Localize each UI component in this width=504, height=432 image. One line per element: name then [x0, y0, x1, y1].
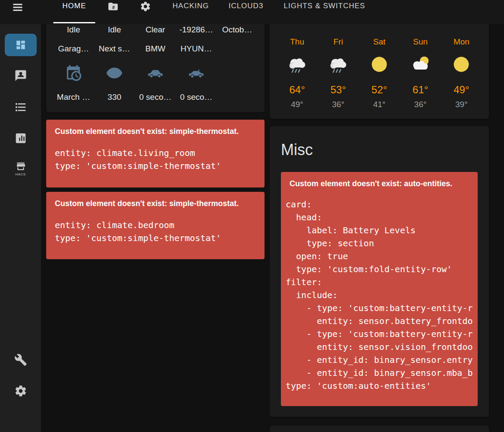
- glance-entity[interactable]: HYUN…0 seco…: [176, 44, 217, 102]
- glance-entity[interactable]: Octob…: [217, 24, 258, 35]
- sidebar: HACS: [0, 24, 41, 432]
- forecast-low-temp: 39°: [455, 100, 468, 109]
- forecast-day-sat: Sat52°41°: [359, 37, 400, 109]
- glance-value: Clear: [145, 25, 165, 35]
- tab-bar: HOME#HACKINGICLOUD3LIGHTS & SWITCHES: [0, 0, 504, 24]
- forecast-day-label: Fri: [334, 37, 343, 47]
- error-card-simple-thermostat-bedroom: Custom element doesn't exist: simple-the…: [46, 192, 265, 259]
- glance-value: Idle: [108, 25, 121, 35]
- glance-entity[interactable]: Clear: [135, 24, 176, 35]
- sidebar-item-dashboard[interactable]: [5, 34, 37, 56]
- tab-folder-hash-icon[interactable]: #: [98, 0, 128, 24]
- glance-entity[interactable]: Next s…330: [94, 44, 135, 102]
- gear-icon: [140, 1, 151, 12]
- forecast-day-label: Sun: [413, 37, 428, 47]
- weather-forecast-card[interactable]: Thu64°49°Fri53°36°Sat52°41°Sun61°36°Mon4…: [270, 24, 489, 119]
- tab-hacking[interactable]: HACKING: [164, 0, 218, 24]
- tab-label: HACKING: [173, 2, 209, 10]
- tab-icloud3[interactable]: ICLOUD3: [220, 0, 273, 24]
- partial-card: [270, 426, 489, 432]
- glance-label: Garag…: [58, 44, 89, 54]
- chart-box-icon: [14, 132, 27, 145]
- glance-value: 330: [107, 92, 121, 102]
- glance-card: IdleIdleClear-19286…Octob… Garag…March ……: [46, 24, 265, 112]
- forecast-day-label: Thu: [290, 37, 304, 47]
- glance-label: HYUN…: [180, 44, 212, 54]
- list-icon: [14, 101, 27, 114]
- forecast-high-temp: 64°: [289, 84, 305, 95]
- sunny-icon: [367, 55, 391, 74]
- forecast-high-temp: 52°: [372, 84, 387, 95]
- error-card-simple-thermostat-living-room: Custom element doesn't exist: simple-the…: [46, 120, 265, 187]
- glance-value: 0 seco…: [139, 92, 172, 102]
- forecast-low-temp: 41°: [373, 100, 386, 109]
- person-comment-icon: [14, 69, 27, 82]
- app-header: HOME#HACKINGICLOUD3LIGHTS & SWITCHES: [0, 0, 504, 24]
- forecast-day-sun: Sun61°36°: [400, 37, 441, 109]
- forecast-low-temp: 36°: [414, 100, 427, 109]
- error-code-block: entity: climate.living_room type: 'custo…: [55, 146, 256, 172]
- glance-value: -19286…: [180, 25, 213, 35]
- tab-label: ICLOUD3: [229, 2, 264, 10]
- misc-card: Misc Custom element doesn't exist: auto-…: [270, 126, 489, 417]
- rainy-icon: [326, 55, 350, 74]
- glance-value: Octob…: [222, 25, 252, 35]
- svg-text:#: #: [112, 5, 115, 10]
- glance-value: Idle: [67, 25, 80, 35]
- forecast-day-thu: Thu64°49°: [277, 37, 318, 109]
- calendar-clock-icon: [65, 64, 82, 82]
- hacs-label: HACS: [15, 172, 25, 176]
- tab-label: LIGHTS & SWITCHES: [284, 2, 365, 10]
- sunny-icon: [449, 55, 473, 74]
- dashboard-view: IdleIdleClear-19286…Octob… Garag…March ……: [41, 24, 504, 432]
- glance-entity[interactable]: Idle: [94, 24, 135, 35]
- partly-cloudy-icon: [408, 55, 432, 74]
- gear-icon: [14, 384, 27, 397]
- forecast-day-label: Sat: [373, 37, 386, 47]
- glance-value: March …: [57, 92, 90, 102]
- glance-entity[interactable]: BMW0 seco…: [135, 44, 176, 102]
- error-card-auto-entities: Custom element doesn't exist: auto-entit…: [281, 172, 478, 406]
- forecast-low-temp: 49°: [291, 100, 303, 109]
- folder-hash-icon: #: [107, 1, 119, 12]
- sidebar-item-hacs[interactable]: HACS: [15, 161, 26, 176]
- sidebar-item-people[interactable]: [14, 69, 27, 82]
- sidebar-item-settings[interactable]: [14, 384, 27, 397]
- glance-label: Next s…: [99, 44, 130, 54]
- forecast-row: Thu64°49°Fri53°36°Sat52°41°Sun61°36°Mon4…: [277, 37, 482, 119]
- glance-value: 0 seco…: [180, 92, 212, 102]
- glance-row-1: IdleIdleClear-19286…Octob…: [53, 24, 258, 35]
- forecast-day-mon: Mon49°39°: [441, 37, 482, 109]
- car-side-icon: [147, 64, 164, 82]
- glance-entity[interactable]: Garag…March …: [53, 44, 94, 102]
- sidebar-item-lists[interactable]: [14, 101, 27, 114]
- tab-gear-icon[interactable]: [131, 0, 160, 24]
- forecast-high-temp: 61°: [413, 84, 428, 95]
- error-title: Custom element doesn't exist: auto-entit…: [286, 179, 478, 188]
- storefront-icon: [15, 161, 26, 172]
- forecast-high-temp: 49°: [454, 84, 469, 95]
- eye-icon: [106, 64, 123, 82]
- rainy-icon: [285, 55, 309, 74]
- glance-entity[interactable]: -19286…: [176, 24, 217, 35]
- glance-label: BMW: [145, 44, 165, 54]
- error-title: Custom element doesn't exist: simple-the…: [55, 199, 256, 208]
- sidebar-item-history[interactable]: [14, 132, 27, 145]
- glance-entity[interactable]: Idle: [53, 24, 94, 35]
- error-code-block: entity: climate.bedroom type: 'custom:si…: [55, 219, 256, 245]
- tab-label: HOME: [63, 2, 86, 10]
- forecast-low-temp: 36°: [332, 100, 344, 109]
- glance-row-2: Garag…March …Next s…330BMW0 seco…HYUN…0 …: [53, 44, 258, 102]
- forecast-high-temp: 53°: [331, 84, 346, 95]
- card-title: Misc: [281, 141, 313, 159]
- error-code-block: card: head: label: Battery Levels type: …: [286, 198, 478, 392]
- error-title: Custom element doesn't exist: simple-the…: [55, 127, 256, 136]
- tab-lights-switches[interactable]: LIGHTS & SWITCHES: [275, 0, 375, 24]
- view-dashboard-icon: [15, 39, 26, 51]
- car-convertible-icon: [188, 64, 205, 82]
- forecast-day-label: Mon: [454, 37, 469, 47]
- forecast-day-fri: Fri53°36°: [318, 37, 359, 109]
- tab-home[interactable]: HOME: [54, 0, 95, 24]
- sidebar-item-developer-tools[interactable]: [14, 353, 27, 366]
- wrench-icon: [14, 353, 27, 366]
